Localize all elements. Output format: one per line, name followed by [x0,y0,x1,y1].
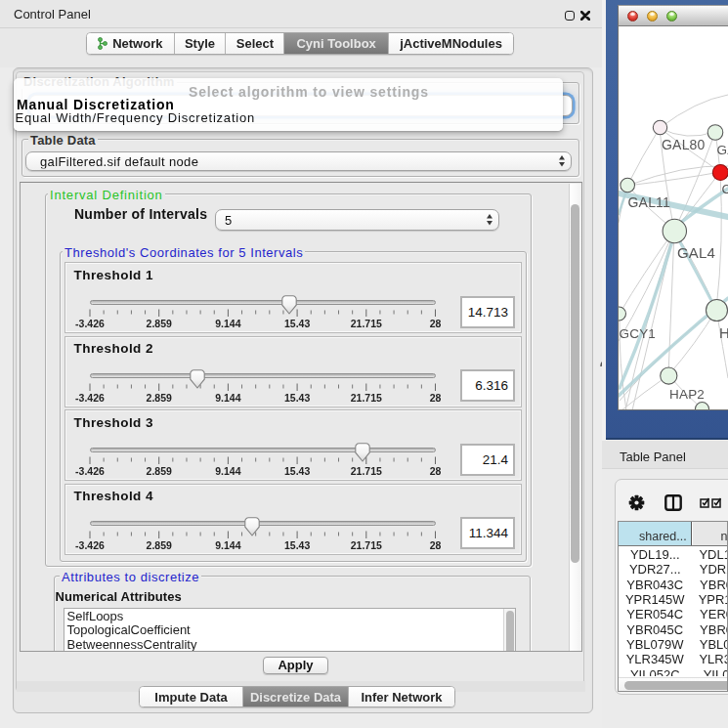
column-header-name[interactable]: name [693,522,728,545]
gear-icon[interactable] [628,494,645,511]
threshold-value-field[interactable]: 14.713 [460,296,515,328]
svg-text:-3.426: -3.426 [75,318,105,329]
svg-text:21.715: 21.715 [351,538,382,550]
attribute-list-item[interactable]: TopologicalCoefficient [64,623,196,638]
tab-label: Network [112,36,162,51]
table-horizontal-scrollbar-thumb[interactable] [624,681,728,690]
svg-text:21.715: 21.715 [351,391,382,403]
threshold-label: Threshold 3 [74,415,153,430]
table-cell[interactable]: YDR277C [689,562,727,577]
split-columns-icon[interactable] [664,494,682,511]
slider-thumb[interactable] [281,295,297,315]
spinner-stepper-icon [487,210,492,230]
attributes-list-scrollbar-thumb[interactable] [506,611,514,652]
table-cell[interactable]: YIL052C [689,667,727,676]
tab-impute-data[interactable]: Impute Data [140,687,243,707]
table-cell[interactable]: YLR345W [689,652,727,666]
table-cell[interactable]: YBR045C [689,622,727,637]
network-icon [98,37,107,50]
traffic-light-close[interactable] [627,11,638,21]
slider-thumb[interactable] [190,369,205,389]
svg-text:GAL80: GAL80 [662,137,706,152]
table-cell[interactable]: YPR145W [619,592,692,607]
svg-text:9.144: 9.144 [215,318,240,329]
tab-cyni-toolbox[interactable]: Cyni Toolbox [284,33,389,54]
table-cell[interactable]: YDL19... [619,547,692,562]
svg-text:15.43: 15.43 [284,318,310,329]
tab-label: jActiveMNodules [400,36,502,51]
threshold-label: Threshold 1 [74,268,153,282]
threshold-value-field[interactable]: 11.344 [460,517,515,549]
svg-text:15.43: 15.43 [284,391,310,403]
attribute-list-item[interactable]: SelfLoops [64,610,196,624]
slider-scale: -3.4262.8599.14415.4321.71528 [86,530,440,555]
table-horizontal-scrollbar[interactable] [619,677,727,692]
table-cell[interactable]: YBR045C [619,622,692,637]
svg-text:GAL11: GAL11 [628,194,671,210]
threshold-label: Threshold 2 [74,341,153,356]
dropdown-item-equal-width[interactable]: Equal Width/Frequency Discretization [16,110,256,125]
table-data-combobox[interactable]: galFiltered.sif default node [25,151,572,171]
slider-thumb[interactable] [244,517,260,536]
table-cell[interactable]: YDL194W [689,547,727,562]
settings-scrollpane: Interval Definition Number of Intervals … [20,182,582,652]
attributes-list-scrollbar[interactable] [503,609,515,652]
apply-button[interactable]: Apply [263,657,328,674]
checkbox-icon[interactable] [711,497,722,508]
table-cell[interactable]: YDR27... [619,562,692,577]
tab-label: Cyni Toolbox [296,36,375,51]
network-view[interactable]: GAL80GAL2CRP1GAL11GAL4GCY1HIS7HAP2 [618,26,728,410]
tab-label: Select [236,36,274,51]
slider-track[interactable] [90,373,436,378]
table-cell[interactable]: YER054C [619,607,692,621]
control-panel-titlebar: Control Panel [0,0,602,28]
column-header-shared-name[interactable]: shared... [619,522,692,545]
traffic-light-minimize[interactable] [647,11,658,21]
close-icon[interactable] [580,11,590,21]
slider-thumb[interactable] [355,443,370,462]
numerical-attributes-list[interactable]: SelfLoopsTopologicalCoefficientBetweenne… [64,608,516,652]
table-cell[interactable]: YLR345W [619,652,692,666]
settings-scrollbar-thumb[interactable] [571,204,579,563]
float-window-icon[interactable] [565,11,576,21]
tab-label: Discretize Data [250,690,341,705]
tab-style[interactable]: Style [175,33,227,54]
table-cell[interactable]: YBR043C [689,578,727,592]
threshold-label: Threshold 4 [74,489,153,503]
threshold-value-field[interactable]: 6.316 [460,369,515,402]
network-window-titlebar[interactable] [618,5,728,26]
table-cell[interactable]: YBL079W [619,637,692,652]
tab-infer-network[interactable]: Infer Network [349,687,454,707]
tab-select[interactable]: Select [226,33,284,54]
slider-track[interactable] [90,448,436,452]
table-cell[interactable]: YPR145W [689,592,727,607]
svg-text:28: 28 [430,318,442,329]
threshold-value-field[interactable]: 21.4 [460,444,515,476]
table-panel-titlebar: Table Panel [602,441,728,469]
top-tab-control: NetworkStyleSelectCyni ToolboxjActiveMNo… [86,32,514,55]
table-cell[interactable]: YBR043C [619,578,692,592]
tab-label: Impute Data [154,690,227,705]
table-cell[interactable]: YIL052C [619,667,692,676]
attribute-list-item[interactable]: BetweennessCentrality [64,638,196,652]
tab-jactivemnodules[interactable]: jActiveMNodules [389,33,513,54]
table-cell[interactable]: YER054C [689,607,727,621]
checkbox-icon[interactable] [700,497,710,508]
threshold-panel-4: Threshold 4-3.4262.8599.14415.4321.71528… [64,484,522,555]
svg-text:21.715: 21.715 [351,318,382,329]
svg-text:-3.426: -3.426 [75,391,105,403]
screenshot-root: Control Panel NetworkStyleSelectCyni Too… [0,0,728,728]
svg-text:2.859: 2.859 [147,391,172,403]
dropdown-placeholder-item[interactable]: Select algorithm to view settings [189,84,429,100]
table-cell[interactable]: YBL079W [689,637,727,652]
slider-track[interactable] [90,521,436,526]
svg-text:9.144: 9.144 [215,465,240,477]
column-header-label: shared... [639,530,687,543]
svg-text:28: 28 [430,465,442,477]
traffic-light-zoom[interactable] [666,11,677,21]
number-of-intervals-spinner[interactable]: 5 [215,209,499,231]
settings-scrollbar[interactable] [569,184,581,653]
slider-track[interactable] [90,300,436,305]
tab-discretize-data[interactable]: Discretize Data [243,687,349,707]
tab-network[interactable]: Network [87,33,175,54]
